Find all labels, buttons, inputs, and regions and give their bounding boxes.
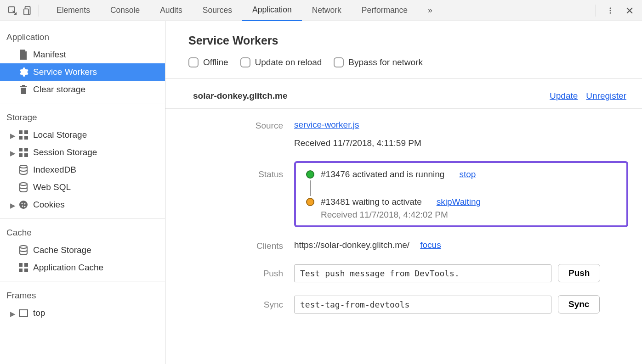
- tab-sources[interactable]: Sources: [193, 0, 242, 21]
- sidebar-item-session-storage[interactable]: Session Storage: [0, 144, 165, 161]
- status-waiting-received: Received 11/7/2018, 4:42:02 PM: [321, 210, 615, 220]
- sidebar-item-local-storage[interactable]: Local Storage: [0, 126, 165, 144]
- sidebar-item-label: Clear storage: [33, 84, 85, 95]
- frame-icon: [18, 308, 28, 318]
- status-connector-line: [310, 180, 311, 196]
- source-file-link[interactable]: service-worker.js: [294, 120, 359, 129]
- svg-rect-9: [24, 136, 28, 140]
- sidebar-item-clear-storage[interactable]: Clear storage: [0, 81, 165, 98]
- kebab-menu-icon[interactable]: [602, 3, 618, 18]
- stop-link[interactable]: stop: [459, 169, 476, 179]
- close-icon[interactable]: [622, 3, 637, 18]
- sidebar-item-label: Cookies: [33, 200, 65, 210]
- chevron-right-icon[interactable]: ▶: [10, 132, 16, 140]
- svg-rect-24: [19, 269, 23, 272]
- panel-tabs: Elements Console Audits Sources Applicat…: [46, 0, 593, 21]
- svg-rect-6: [19, 130, 23, 134]
- tab-application[interactable]: Application: [242, 0, 302, 21]
- chevron-right-icon[interactable]: ▶: [10, 310, 16, 318]
- checkbox-icon: [188, 57, 199, 67]
- svg-point-18: [24, 203, 26, 205]
- tab-performance[interactable]: Performance: [352, 0, 418, 21]
- sidebar-item-label: Service Workers: [33, 67, 97, 77]
- chevron-right-icon[interactable]: ▶: [10, 149, 16, 157]
- tab-elements[interactable]: Elements: [46, 0, 100, 21]
- divider: [165, 78, 642, 79]
- sync-input[interactable]: [294, 296, 551, 314]
- sidebar-item-websql[interactable]: Web SQL: [0, 179, 165, 196]
- checkbox-label: Offline: [203, 57, 228, 67]
- sidebar-item-label: Application Cache: [33, 263, 103, 273]
- skipwaiting-link[interactable]: skipWaiting: [437, 197, 481, 207]
- svg-point-14: [20, 165, 27, 168]
- svg-point-17: [22, 203, 23, 204]
- source-received: Received 11/7/2018, 4:11:59 PM: [294, 138, 628, 148]
- sidebar-section-frames: Frames: [0, 286, 165, 304]
- sidebar-item-indexeddb[interactable]: IndexedDB: [0, 161, 165, 179]
- grid-icon: [18, 147, 28, 157]
- svg-rect-25: [24, 269, 28, 272]
- svg-point-5: [610, 12, 611, 13]
- status-active-row: #13476 activated and is running stop: [306, 169, 615, 179]
- svg-rect-8: [19, 136, 23, 140]
- svg-rect-10: [19, 148, 23, 151]
- push-input[interactable]: [294, 264, 551, 282]
- grid-icon: [18, 263, 28, 273]
- sidebar-item-cookies[interactable]: Cookies: [0, 196, 165, 213]
- service-workers-panel: Service Workers Offline Update on reload…: [165, 21, 642, 364]
- source-value: service-worker.js Received 11/7/2018, 4:…: [294, 120, 628, 148]
- offline-checkbox[interactable]: Offline: [188, 57, 228, 67]
- origin-row: solar-donkey.glitch.me Update Unregister: [165, 88, 642, 109]
- chevron-right-icon[interactable]: ▶: [10, 202, 16, 210]
- status-highlight-box: #13476 activated and is running stop #13…: [294, 161, 628, 227]
- focus-link[interactable]: focus: [420, 240, 441, 250]
- update-on-reload-checkbox[interactable]: Update on reload: [240, 57, 322, 67]
- tab-network[interactable]: Network: [302, 0, 352, 21]
- svg-point-16: [19, 201, 28, 209]
- gear-icon: [18, 67, 28, 77]
- svg-rect-23: [24, 263, 28, 267]
- svg-rect-11: [24, 148, 28, 151]
- svg-point-21: [20, 246, 27, 248]
- label-status: Status: [202, 161, 294, 179]
- sidebar-item-cache-storage[interactable]: Cache Storage: [0, 241, 165, 259]
- svg-point-15: [20, 183, 27, 185]
- svg-rect-12: [19, 153, 23, 157]
- label-sync: Sync: [202, 295, 294, 310]
- push-button[interactable]: Push: [558, 264, 600, 282]
- grid-icon: [18, 130, 28, 140]
- trash-icon: [18, 84, 28, 95]
- application-sidebar: Application Manifest Service Workers: [0, 21, 165, 364]
- svg-rect-13: [24, 153, 28, 157]
- sidebar-item-service-workers[interactable]: Service Workers: [0, 63, 165, 81]
- svg-point-4: [610, 10, 611, 11]
- sidebar-item-label: Cache Storage: [33, 245, 91, 255]
- database-icon: [18, 165, 28, 175]
- tab-more[interactable]: »: [418, 0, 443, 21]
- sidebar-item-manifest[interactable]: Manifest: [0, 46, 165, 63]
- details-grid: Source service-worker.js Received 11/7/2…: [202, 120, 628, 314]
- device-toggle-icon[interactable]: [20, 3, 36, 18]
- status-waiting-row: #13481 waiting to activate skipWaiting: [306, 197, 615, 207]
- tab-audits[interactable]: Audits: [150, 0, 193, 21]
- label-clients: Clients: [202, 240, 294, 251]
- sync-button[interactable]: Sync: [558, 295, 600, 314]
- sidebar-item-top-frame[interactable]: top: [0, 304, 165, 322]
- bypass-for-network-checkbox[interactable]: Bypass for network: [334, 57, 423, 67]
- update-link[interactable]: Update: [550, 91, 578, 101]
- inspect-icon[interactable]: [5, 3, 20, 18]
- checkbox-icon: [334, 57, 344, 67]
- tabbar-divider-right: [596, 5, 596, 17]
- svg-point-3: [610, 7, 611, 9]
- svg-point-20: [24, 206, 26, 207]
- sidebar-section-application: Application: [0, 28, 165, 46]
- sidebar-item-label: Manifest: [33, 50, 66, 60]
- svg-point-19: [22, 206, 23, 207]
- unregister-link[interactable]: Unregister: [586, 91, 626, 101]
- sidebar-item-application-cache[interactable]: Application Cache: [0, 259, 165, 276]
- label-source: Source: [202, 120, 294, 131]
- tab-console[interactable]: Console: [100, 0, 150, 21]
- sidebar-item-label: Web SQL: [33, 182, 71, 192]
- status-dot-orange-icon: [306, 198, 314, 206]
- file-icon: [18, 50, 28, 60]
